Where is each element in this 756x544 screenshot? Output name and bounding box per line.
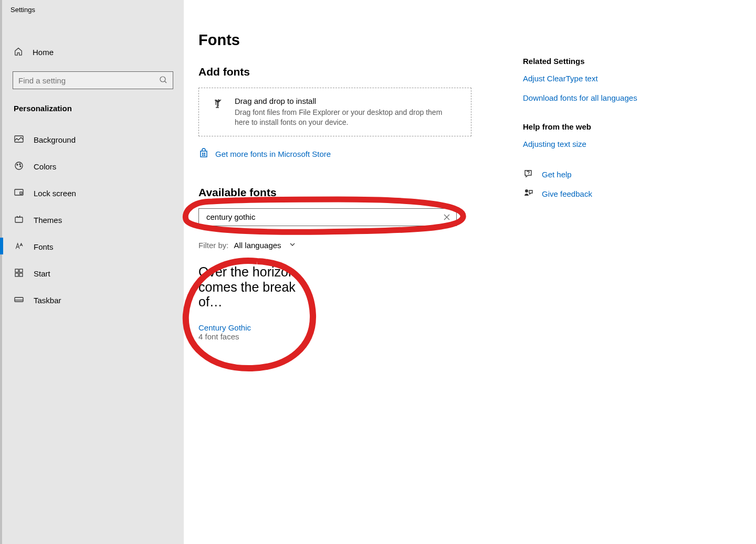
lock-screen-icon [14, 187, 24, 199]
drop-icon [212, 97, 225, 113]
help-link-textsize[interactable]: Adjusting text size [523, 140, 659, 148]
svg-rect-8 [15, 217, 23, 222]
svg-point-4 [19, 164, 20, 165]
sidebar-item-colors[interactable]: Colors [2, 153, 184, 180]
home-nav[interactable]: Home [2, 40, 184, 64]
store-icon [198, 148, 209, 160]
chevron-down-icon [289, 241, 296, 250]
feedback-icon [523, 188, 533, 200]
svg-rect-9 [15, 269, 18, 272]
sidebar-search-input[interactable] [18, 76, 159, 85]
help-icon [523, 168, 533, 180]
fonts-icon [14, 241, 24, 253]
home-label: Home [33, 48, 54, 57]
sidebar-item-label: Start [34, 269, 50, 278]
search-icon [159, 76, 167, 86]
font-search[interactable] [198, 208, 457, 226]
drop-zone[interactable]: Drag and drop to install Drag font files… [198, 88, 471, 136]
background-icon [14, 134, 24, 146]
sidebar-item-label: Taskbar [34, 296, 61, 305]
drop-title: Drag and drop to install [235, 97, 458, 105]
add-fonts-heading: Add fonts [198, 66, 741, 78]
svg-rect-7 [20, 192, 22, 194]
colors-icon [14, 161, 24, 173]
svg-rect-17 [202, 154, 204, 156]
svg-point-2 [15, 162, 23, 169]
related-link-cleartype[interactable]: Adjust ClearType text [523, 74, 659, 83]
sidebar-item-fonts[interactable]: Fonts [2, 233, 184, 260]
svg-rect-18 [204, 154, 206, 156]
svg-point-5 [20, 166, 21, 167]
font-search-input[interactable] [206, 212, 443, 221]
store-link-label: Get more fonts in Microsoft Store [215, 150, 331, 158]
sidebar-item-label: Fonts [34, 242, 54, 251]
sidebar-item-label: Background [34, 135, 76, 144]
right-panel: Related Settings Adjust ClearType text D… [523, 57, 659, 207]
svg-rect-11 [15, 273, 18, 276]
svg-rect-12 [19, 273, 23, 276]
sidebar-item-lockscreen[interactable]: Lock screen [2, 180, 184, 207]
svg-rect-10 [19, 269, 23, 272]
svg-point-19 [525, 189, 528, 193]
svg-rect-16 [204, 153, 206, 154]
start-icon [14, 268, 24, 280]
svg-point-0 [160, 77, 165, 82]
related-heading: Related Settings [523, 57, 659, 66]
drop-subtitle: Drag font files from File Explorer or yo… [235, 108, 458, 127]
sidebar-item-label: Colors [34, 162, 56, 171]
sidebar-item-label: Lock screen [34, 189, 76, 198]
sidebar-item-taskbar[interactable]: Taskbar [2, 287, 184, 314]
main-content: Fonts Add fonts Drag and drop to install… [184, 0, 756, 544]
taskbar-icon [14, 294, 24, 306]
give-feedback[interactable]: Give feedback [523, 188, 659, 200]
themes-icon [14, 214, 24, 226]
give-feedback-label: Give feedback [542, 189, 592, 198]
page-title: Fonts [198, 31, 741, 49]
get-help[interactable]: Get help [523, 168, 659, 180]
font-result-card[interactable]: Over the horizon comes the break of… Cen… [198, 264, 296, 341]
font-name: Century Gothic [198, 323, 296, 332]
sidebar-item-start[interactable]: Start [2, 260, 184, 287]
svg-rect-15 [202, 153, 204, 154]
sidebar-item-background[interactable]: Background [2, 126, 184, 153]
store-link[interactable]: Get more fonts in Microsoft Store [198, 148, 741, 160]
sidebar-item-label: Themes [34, 216, 62, 225]
home-icon [14, 47, 23, 58]
sidebar-section: Personalization [2, 89, 184, 118]
filter-label: Filter by: [198, 241, 229, 250]
sidebar-nav: Background Colors Lock screen Themes Fon… [2, 126, 184, 314]
clear-icon[interactable] [443, 213, 451, 221]
sidebar: Settings Home Personalization Background… [0, 0, 184, 544]
available-fonts-heading: Available fonts [198, 186, 741, 199]
related-link-download[interactable]: Download fonts for all languages [523, 93, 659, 102]
font-faces: 4 font faces [198, 332, 296, 341]
svg-point-3 [17, 164, 18, 165]
help-heading: Help from the web [523, 122, 659, 131]
sidebar-item-themes[interactable]: Themes [2, 207, 184, 233]
sidebar-search[interactable] [13, 71, 173, 89]
filter-value: All languages [234, 241, 281, 250]
get-help-label: Get help [542, 170, 572, 179]
filter-row[interactable]: Filter by: All languages [198, 241, 741, 250]
font-preview-text: Over the horizon comes the break of… [198, 264, 296, 310]
svg-rect-13 [15, 297, 23, 302]
window-title: Settings [2, 0, 184, 19]
